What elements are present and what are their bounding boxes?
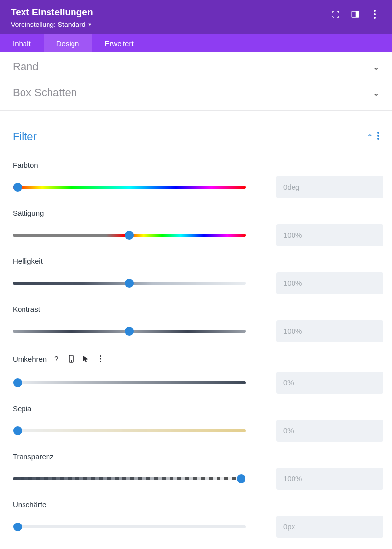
field-saturation: Sättigung xyxy=(13,209,379,246)
svg-rect-1 xyxy=(356,11,359,17)
svg-point-5 xyxy=(377,132,379,134)
svg-point-6 xyxy=(377,135,379,137)
field-more-icon[interactable] xyxy=(95,353,106,365)
settings-header: Text Einstellungen Voreinstellung: Stand… xyxy=(0,0,392,34)
sepia-input[interactable] xyxy=(276,420,383,442)
tab-design[interactable]: Design xyxy=(44,34,92,52)
svg-point-9 xyxy=(71,361,72,362)
sepia-track xyxy=(13,429,246,432)
contrast-slider[interactable] xyxy=(13,327,246,335)
accordion-filter-title: Filter xyxy=(13,130,37,143)
preset-label: Voreinstellung: Standard xyxy=(11,21,86,28)
accordion-border[interactable]: Rand ⌄ xyxy=(0,52,392,78)
invert-option-icons: ? xyxy=(50,353,106,365)
sepia-slider[interactable] xyxy=(13,427,246,435)
opacity-input[interactable] xyxy=(276,468,383,490)
blur-label: Unschärfe xyxy=(13,500,46,509)
chevron-down-icon: ⌄ xyxy=(373,88,379,98)
svg-point-11 xyxy=(100,358,101,360)
opacity-thumb[interactable] xyxy=(237,474,245,483)
saturation-input[interactable] xyxy=(276,224,383,246)
svg-point-4 xyxy=(374,17,376,19)
header-left: Text Einstellungen Voreinstellung: Stand… xyxy=(11,7,93,28)
invert-slider[interactable] xyxy=(13,379,246,387)
tabs: Inhalt Design Erweitert xyxy=(0,34,392,52)
preset-dropdown[interactable]: Voreinstellung: Standard ▼ xyxy=(11,21,93,28)
saturation-thumb[interactable] xyxy=(125,231,134,240)
accordion-border-title: Rand xyxy=(13,60,39,73)
invert-label: Umkehren xyxy=(13,355,47,363)
chevron-up-icon[interactable]: ⌄ xyxy=(367,132,373,142)
saturation-label: Sättigung xyxy=(13,209,44,217)
saturation-slider[interactable] xyxy=(13,231,246,239)
field-opacity: Transparenz xyxy=(13,452,379,490)
field-sepia: Sepia xyxy=(13,404,379,442)
blur-slider[interactable] xyxy=(13,523,246,531)
invert-input[interactable] xyxy=(276,372,383,394)
field-hue: Farbton xyxy=(13,161,379,198)
field-brightness: Helligkeit xyxy=(13,257,379,294)
hue-track xyxy=(13,186,246,189)
expand-icon[interactable] xyxy=(331,10,340,19)
opacity-slider[interactable] xyxy=(13,475,246,483)
accordion-box-shadow[interactable]: Box Schatten ⌄ xyxy=(0,78,392,107)
blur-track xyxy=(13,525,246,528)
hue-thumb[interactable] xyxy=(13,183,22,192)
svg-point-7 xyxy=(377,138,379,140)
filter-panel: Farbton Sättigung Helligkeit xyxy=(0,145,392,549)
svg-point-2 xyxy=(374,10,376,12)
blur-input[interactable] xyxy=(276,516,383,538)
hover-icon[interactable] xyxy=(80,353,92,365)
tab-advanced[interactable]: Erweitert xyxy=(92,34,146,52)
invert-thumb[interactable] xyxy=(13,378,22,387)
opacity-track xyxy=(13,477,246,480)
blur-thumb[interactable] xyxy=(13,523,22,531)
help-icon[interactable]: ? xyxy=(50,353,62,365)
contrast-thumb[interactable] xyxy=(125,327,134,336)
accordion-box-shadow-title: Box Schatten xyxy=(13,86,77,99)
hue-slider[interactable] xyxy=(13,183,246,191)
caret-down-icon: ▼ xyxy=(88,22,92,27)
hue-input[interactable] xyxy=(276,176,383,198)
more-icon[interactable] xyxy=(370,10,379,19)
tab-content[interactable]: Inhalt xyxy=(0,34,44,52)
brightness-input[interactable] xyxy=(276,272,383,294)
hue-label: Farbton xyxy=(13,161,38,169)
svg-point-3 xyxy=(374,13,376,15)
sepia-label: Sepia xyxy=(13,404,31,413)
brightness-label: Helligkeit xyxy=(13,257,43,265)
brightness-slider[interactable] xyxy=(13,279,246,287)
field-blur: Unschärfe xyxy=(13,500,379,538)
opacity-label: Transparenz xyxy=(13,452,54,461)
contrast-label: Kontrast xyxy=(13,305,40,313)
svg-point-12 xyxy=(100,361,101,362)
page-title: Text Einstellungen xyxy=(11,7,93,18)
invert-track xyxy=(13,381,246,384)
panel-icon[interactable] xyxy=(351,10,360,19)
header-actions xyxy=(331,7,381,19)
accordion-filter-header[interactable]: Filter ⌄ xyxy=(0,111,392,145)
brightness-thumb[interactable] xyxy=(125,279,134,288)
mobile-icon[interactable] xyxy=(65,353,77,365)
contrast-input[interactable] xyxy=(276,320,383,342)
field-invert: Umkehren ? xyxy=(13,353,379,394)
chevron-down-icon: ⌄ xyxy=(373,62,379,72)
sepia-thumb[interactable] xyxy=(13,426,22,435)
field-contrast: Kontrast xyxy=(13,305,379,342)
svg-point-10 xyxy=(100,355,101,357)
section-more-icon[interactable] xyxy=(377,132,379,142)
